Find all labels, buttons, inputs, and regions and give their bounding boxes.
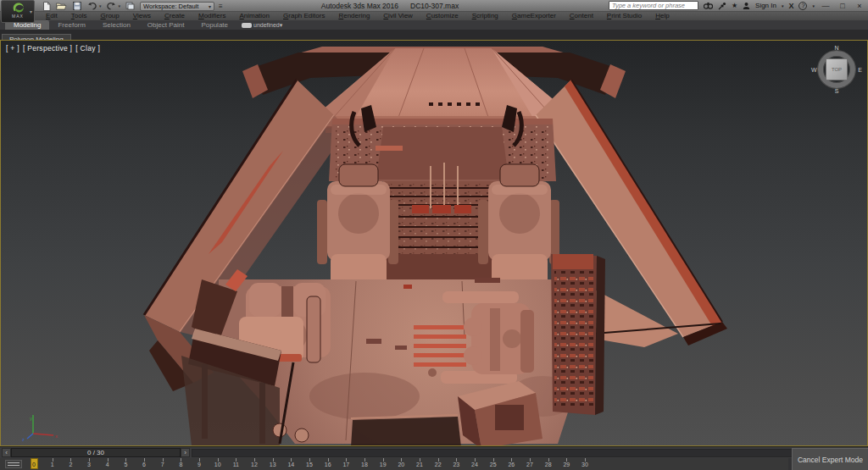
maximize-button[interactable]: □ (837, 2, 849, 10)
frame-label: 15 (306, 462, 313, 467)
application-menu-button[interactable]: MAX ▾ (1, 0, 35, 23)
new-scene-icon[interactable] (41, 2, 52, 11)
project-folder-icon[interactable] (125, 2, 136, 11)
application-window: Autodesk 3ds Max 2016 DC10-307.max ★ Sig… (0, 0, 868, 470)
app-title: Autodesk 3ds Max 2016 (321, 2, 398, 10)
time-slider-track[interactable] (192, 449, 866, 457)
ribbon-tab-bar: ModelingFreeformSelectionObject PaintPop… (0, 20, 868, 30)
axis-y-label: y (30, 416, 32, 421)
frame-label: 5 (124, 462, 127, 467)
search-binoculars-icon[interactable] (704, 1, 713, 10)
frame-label: 13 (270, 462, 276, 467)
viewport-menu-plus[interactable]: [ + ] (6, 44, 19, 53)
frame-label: 24 (471, 462, 478, 467)
menu-gameexporter[interactable]: GameExporter (505, 12, 563, 20)
frame-label: 27 (526, 462, 533, 467)
frame-label: 12 (251, 462, 258, 467)
frame-ruler[interactable]: 0123456789101112131415161718192021222324… (0, 458, 788, 470)
menu-edit[interactable]: Edit (39, 12, 64, 20)
menu-print-studio[interactable]: Print Studio (600, 12, 648, 20)
logo-label: MAX (12, 14, 24, 19)
menu-civil-view[interactable]: Civil View (376, 12, 420, 20)
menu-animation[interactable]: Animation (232, 12, 276, 20)
menu-modifiers[interactable]: Modifiers (192, 12, 232, 20)
search-input[interactable] (609, 1, 698, 10)
redo-caret-icon[interactable]: ▾ (119, 3, 121, 8)
clay-cockpit-model (1, 41, 867, 445)
viewport-view-menu[interactable]: [ Perspective ] (23, 44, 72, 53)
sign-in-caret-icon[interactable]: ▾ (782, 1, 784, 10)
save-file-icon[interactable] (71, 2, 82, 11)
menu-graph-editors[interactable]: Graph Editors (276, 12, 331, 20)
frame-label: 25 (490, 462, 497, 467)
viewcube-north-label[interactable]: N (834, 45, 838, 51)
frame-label: 0 (32, 462, 36, 467)
menu-create[interactable]: Create (158, 12, 192, 20)
frame-label: 1 (51, 462, 54, 467)
window-title: Autodesk 3ds Max 2016 DC10-307.max (280, 0, 500, 11)
viewport-shading-menu[interactable]: [ Clay ] (75, 44, 100, 53)
menu-help[interactable]: Help (648, 12, 676, 20)
menu-group[interactable]: Group (93, 12, 125, 20)
previous-frame-button[interactable]: ‹ (2, 448, 11, 457)
frame-label: 2 (69, 462, 72, 467)
frame-label: 9 (198, 462, 201, 467)
frame-label: 23 (453, 462, 459, 467)
3dsmax-logo-icon (12, 2, 25, 14)
menu-customize[interactable]: Customize (420, 12, 465, 20)
help-icon[interactable]: ? (798, 2, 807, 10)
viewcube-east-label[interactable]: E (858, 67, 862, 73)
world-axis-tripod: y x z (11, 413, 62, 442)
undo-icon[interactable] (86, 2, 97, 11)
ribbon-tab-selection[interactable]: Selection (94, 20, 139, 30)
frame-label: 30 (581, 462, 588, 467)
menu-rendering[interactable]: Rendering (331, 12, 376, 20)
menu-content[interactable]: Content (563, 12, 600, 20)
ribbon-tab-freeform[interactable]: Freeform (49, 20, 93, 30)
frame-label: 8 (179, 462, 182, 467)
mini-curve-editor-button[interactable] (5, 460, 22, 468)
ribbon-display-toggle-icon[interactable]: undefined▾ (242, 22, 282, 30)
ribbon-panel-row: Polygon Modeling (0, 30, 868, 40)
frame-label: 19 (380, 462, 387, 467)
frame-label: 26 (508, 462, 515, 467)
frame-label: 21 (416, 462, 423, 467)
menu-bar: EditToolsGroupViewsCreateModifiersAnimat… (0, 12, 868, 20)
frame-label: 20 (398, 462, 404, 467)
viewport-label: [ + ] [ Perspective ] [ Clay ] (6, 44, 100, 53)
viewcube-south-label[interactable]: S (835, 88, 839, 94)
frame-label: 11 (233, 462, 239, 467)
document-name: DC10-307.max (410, 2, 459, 10)
next-frame-button[interactable]: › (181, 448, 190, 457)
open-file-icon[interactable] (56, 2, 67, 11)
axis-x-label: x (55, 434, 58, 439)
communication-center-icon[interactable] (718, 1, 726, 10)
menu-tools[interactable]: Tools (64, 12, 94, 20)
redo-icon[interactable] (106, 2, 117, 11)
close-button[interactable]: × (854, 2, 865, 10)
viewcube-west-label[interactable]: W (811, 67, 817, 73)
viewcube-top-face[interactable]: TOP (826, 58, 848, 80)
minimize-button[interactable]: — (820, 2, 832, 10)
ribbon-tab-populate[interactable]: Populate (192, 20, 236, 30)
favorites-star-icon[interactable]: ★ (732, 1, 737, 10)
exchange-apps-icon[interactable]: X (788, 1, 793, 10)
logo-caret-icon: ▾ (30, 8, 32, 14)
toolbar-overflow-icon[interactable]: ≡ (219, 3, 223, 10)
menu-views[interactable]: Views (126, 12, 158, 20)
sign-in-button[interactable]: Sign In (755, 2, 776, 9)
frame-label: 7 (161, 462, 164, 467)
axis-z-label: z (22, 437, 25, 442)
perspective-viewport[interactable]: [ + ] [ Perspective ] [ Clay ] (0, 40, 868, 446)
time-slider-handle[interactable]: 0 / 30 (11, 448, 181, 457)
track-bar[interactable]: 0123456789101112131415161718192021222324… (0, 458, 868, 470)
ribbon-tab-object-paint[interactable]: Object Paint (139, 20, 193, 30)
frame-label: 28 (545, 462, 552, 467)
help-caret-icon[interactable]: ▾ (812, 1, 815, 10)
user-icon (743, 1, 750, 10)
workspace-selector[interactable]: Workspace: Default ▾ (140, 2, 214, 11)
undo-caret-icon[interactable]: ▾ (99, 3, 102, 8)
menu-scripting[interactable]: Scripting (465, 12, 505, 20)
cancel-expert-mode-button[interactable]: Cancel Expert Mode (792, 448, 868, 470)
viewcube[interactable]: N S W E TOP (811, 45, 862, 94)
